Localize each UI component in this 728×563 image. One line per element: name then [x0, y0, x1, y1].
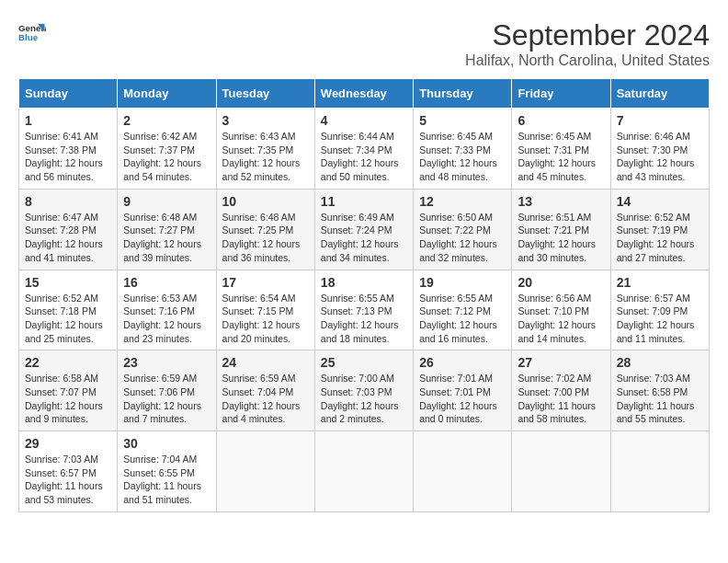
day-info: Sunrise: 6:54 AM Sunset: 7:15 PM Dayligh…: [222, 292, 309, 346]
day-info: Sunrise: 6:50 AM Sunset: 7:22 PM Dayligh…: [419, 211, 506, 265]
day-header-tuesday: Tuesday: [216, 79, 314, 109]
day-info: Sunrise: 6:48 AM Sunset: 7:25 PM Dayligh…: [222, 211, 309, 265]
day-info: Sunrise: 6:59 AM Sunset: 7:06 PM Dayligh…: [123, 372, 210, 426]
day-number: 11: [321, 194, 407, 209]
calendar-cell: 4 Sunrise: 6:44 AM Sunset: 7:34 PM Dayli…: [314, 109, 413, 190]
day-number: 26: [419, 355, 506, 370]
day-number: 22: [25, 355, 111, 370]
day-info: Sunrise: 6:43 AM Sunset: 7:35 PM Dayligh…: [222, 130, 309, 184]
day-number: 21: [617, 275, 703, 290]
day-header-monday: Monday: [118, 79, 216, 109]
day-info: Sunrise: 7:00 AM Sunset: 7:03 PM Dayligh…: [321, 372, 407, 426]
day-info: Sunrise: 6:56 AM Sunset: 7:10 PM Dayligh…: [518, 292, 604, 346]
calendar-cell: [414, 431, 512, 512]
day-info: Sunrise: 6:55 AM Sunset: 7:12 PM Dayligh…: [419, 292, 506, 346]
day-number: 25: [321, 355, 407, 370]
day-number: 9: [123, 194, 210, 209]
day-info: Sunrise: 6:48 AM Sunset: 7:27 PM Dayligh…: [123, 211, 210, 265]
day-header-thursday: Thursday: [414, 79, 512, 109]
calendar-cell: 13 Sunrise: 6:51 AM Sunset: 7:21 PM Dayl…: [512, 189, 610, 270]
day-number: 14: [617, 194, 703, 209]
calendar-cell: 16 Sunrise: 6:53 AM Sunset: 7:16 PM Dayl…: [118, 270, 216, 350]
calendar-cell: 28 Sunrise: 7:03 AM Sunset: 6:58 PM Dayl…: [610, 350, 709, 431]
calendar-cell: [512, 431, 610, 512]
calendar-title: September 2024: [465, 18, 710, 52]
day-info: Sunrise: 7:02 AM Sunset: 7:00 PM Dayligh…: [518, 372, 604, 426]
calendar-cell: 30 Sunrise: 7:04 AM Sunset: 6:55 PM Dayl…: [118, 431, 216, 512]
day-info: Sunrise: 7:01 AM Sunset: 7:01 PM Dayligh…: [419, 372, 506, 426]
calendar-cell: [216, 431, 314, 512]
title-section: September 2024 Halifax, North Carolina, …: [465, 18, 710, 69]
day-number: 6: [518, 113, 604, 128]
calendar-cell: 22 Sunrise: 6:58 AM Sunset: 7:07 PM Dayl…: [19, 350, 118, 431]
day-number: 23: [123, 355, 210, 370]
calendar-table: SundayMondayTuesdayWednesdayThursdayFrid…: [18, 78, 710, 512]
day-number: 24: [222, 355, 309, 370]
calendar-cell: 12 Sunrise: 6:50 AM Sunset: 7:22 PM Dayl…: [414, 189, 512, 270]
day-number: 27: [518, 355, 604, 370]
day-info: Sunrise: 6:59 AM Sunset: 7:04 PM Dayligh…: [222, 372, 309, 426]
day-header-sunday: Sunday: [19, 79, 118, 109]
day-number: 1: [25, 113, 111, 128]
calendar-cell: 15 Sunrise: 6:52 AM Sunset: 7:18 PM Dayl…: [19, 270, 118, 350]
day-number: 17: [222, 275, 309, 290]
calendar-cell: 8 Sunrise: 6:47 AM Sunset: 7:28 PM Dayli…: [19, 189, 118, 270]
day-info: Sunrise: 7:04 AM Sunset: 6:55 PM Dayligh…: [123, 453, 210, 507]
day-info: Sunrise: 6:45 AM Sunset: 7:33 PM Dayligh…: [419, 130, 506, 184]
day-number: 12: [419, 194, 506, 209]
logo-icon: General Blue: [18, 18, 46, 46]
day-number: 8: [25, 194, 111, 209]
calendar-cell: 19 Sunrise: 6:55 AM Sunset: 7:12 PM Dayl…: [414, 270, 512, 350]
calendar-cell: 9 Sunrise: 6:48 AM Sunset: 7:27 PM Dayli…: [118, 189, 216, 270]
calendar-cell: 14 Sunrise: 6:52 AM Sunset: 7:19 PM Dayl…: [610, 189, 709, 270]
day-number: 16: [123, 275, 210, 290]
calendar-cell: 18 Sunrise: 6:55 AM Sunset: 7:13 PM Dayl…: [314, 270, 413, 350]
calendar-cell: 5 Sunrise: 6:45 AM Sunset: 7:33 PM Dayli…: [414, 109, 512, 190]
day-info: Sunrise: 6:58 AM Sunset: 7:07 PM Dayligh…: [25, 372, 111, 426]
calendar-cell: 2 Sunrise: 6:42 AM Sunset: 7:37 PM Dayli…: [118, 109, 216, 190]
calendar-header-row: SundayMondayTuesdayWednesdayThursdayFrid…: [19, 79, 710, 109]
calendar-cell: 1 Sunrise: 6:41 AM Sunset: 7:38 PM Dayli…: [19, 109, 118, 190]
day-number: 19: [419, 275, 506, 290]
day-header-saturday: Saturday: [610, 79, 709, 109]
day-number: 2: [123, 113, 210, 128]
day-number: 10: [222, 194, 309, 209]
day-number: 13: [518, 194, 604, 209]
day-info: Sunrise: 6:42 AM Sunset: 7:37 PM Dayligh…: [123, 130, 210, 184]
day-info: Sunrise: 6:52 AM Sunset: 7:18 PM Dayligh…: [25, 292, 111, 346]
day-info: Sunrise: 6:49 AM Sunset: 7:24 PM Dayligh…: [321, 211, 407, 265]
calendar-week-row: 15 Sunrise: 6:52 AM Sunset: 7:18 PM Dayl…: [19, 270, 710, 350]
day-number: 7: [617, 113, 703, 128]
calendar-cell: 23 Sunrise: 6:59 AM Sunset: 7:06 PM Dayl…: [118, 350, 216, 431]
calendar-cell: 20 Sunrise: 6:56 AM Sunset: 7:10 PM Dayl…: [512, 270, 610, 350]
day-info: Sunrise: 6:41 AM Sunset: 7:38 PM Dayligh…: [25, 130, 111, 184]
day-number: 20: [518, 275, 604, 290]
day-info: Sunrise: 6:53 AM Sunset: 7:16 PM Dayligh…: [123, 292, 210, 346]
day-info: Sunrise: 6:46 AM Sunset: 7:30 PM Dayligh…: [617, 130, 703, 184]
calendar-cell: 25 Sunrise: 7:00 AM Sunset: 7:03 PM Dayl…: [314, 350, 413, 431]
day-info: Sunrise: 7:03 AM Sunset: 6:57 PM Dayligh…: [25, 453, 111, 507]
calendar-cell: 11 Sunrise: 6:49 AM Sunset: 7:24 PM Dayl…: [314, 189, 413, 270]
day-number: 5: [419, 113, 506, 128]
day-info: Sunrise: 6:51 AM Sunset: 7:21 PM Dayligh…: [518, 211, 604, 265]
day-number: 30: [123, 436, 210, 451]
day-info: Sunrise: 6:45 AM Sunset: 7:31 PM Dayligh…: [518, 130, 604, 184]
calendar-cell: 27 Sunrise: 7:02 AM Sunset: 7:00 PM Dayl…: [512, 350, 610, 431]
calendar-week-row: 29 Sunrise: 7:03 AM Sunset: 6:57 PM Dayl…: [19, 431, 710, 512]
calendar-cell: 10 Sunrise: 6:48 AM Sunset: 7:25 PM Dayl…: [216, 189, 314, 270]
day-info: Sunrise: 6:55 AM Sunset: 7:13 PM Dayligh…: [321, 292, 407, 346]
day-header-friday: Friday: [512, 79, 610, 109]
calendar-cell: [314, 431, 413, 512]
day-number: 3: [222, 113, 309, 128]
day-number: 29: [25, 436, 111, 451]
day-number: 28: [617, 355, 703, 370]
calendar-cell: 6 Sunrise: 6:45 AM Sunset: 7:31 PM Dayli…: [512, 109, 610, 190]
logo: General Blue: [18, 18, 46, 46]
day-number: 4: [321, 113, 407, 128]
day-number: 15: [25, 275, 111, 290]
calendar-cell: 26 Sunrise: 7:01 AM Sunset: 7:01 PM Dayl…: [414, 350, 512, 431]
calendar-week-row: 1 Sunrise: 6:41 AM Sunset: 7:38 PM Dayli…: [19, 109, 710, 190]
calendar-cell: 29 Sunrise: 7:03 AM Sunset: 6:57 PM Dayl…: [19, 431, 118, 512]
page-header: General Blue September 2024 Halifax, Nor…: [18, 18, 710, 69]
day-info: Sunrise: 6:57 AM Sunset: 7:09 PM Dayligh…: [617, 292, 703, 346]
